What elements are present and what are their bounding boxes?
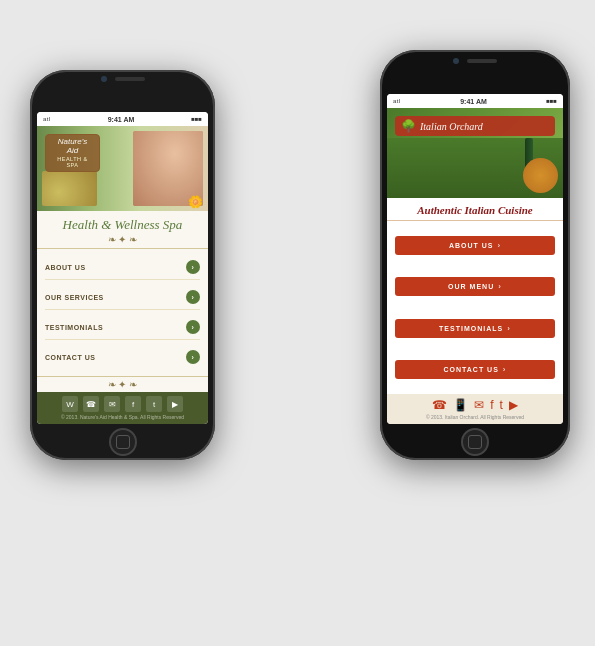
status-bar-left: atl 9:41 AM ■■■ (37, 112, 208, 126)
phone-top-speaker-area (101, 70, 145, 84)
phone2-pizza (523, 158, 558, 193)
phone1-candles-img (42, 171, 97, 206)
chevron-about: › (497, 241, 501, 250)
phone1-menu-contact[interactable]: CONTACT US › (45, 345, 200, 369)
phone1-copyright: © 2013. Nature's Aid Health & Spa. All R… (61, 414, 184, 420)
phone2-menu-menu[interactable]: OUR MENU › (395, 277, 555, 296)
status-bar-right: atl 9:41 AM ■■■ (387, 94, 563, 108)
chevron-menu: › (498, 282, 502, 291)
phone2-tree-icon: 🌳 (401, 119, 416, 133)
phone-screen-left: atl 9:41 AM ■■■ Nature's Aid HEALTH & SP… (37, 112, 208, 424)
phone2-header: 🌳 Italian Orchard (387, 108, 563, 198)
footer2-icon-phone[interactable]: ☎ (432, 398, 447, 412)
phone1-flowers: 🌼 (188, 195, 203, 209)
home-button-left[interactable] (109, 428, 137, 456)
phone2-headline: Authentic Italian Cuisine (387, 198, 563, 221)
signal-right: atl (393, 98, 401, 104)
battery-right: ■■■ (546, 98, 557, 104)
phone-screen-right: atl 9:41 AM ■■■ 🌳 Italian Orchard Authen… (387, 94, 563, 424)
phone1-title-area: Health & Wellness Spa ❧ ✦ ❧ (37, 211, 208, 249)
phone1-menu-about[interactable]: ABOUT US › (45, 255, 200, 280)
footer-icon-youtube[interactable]: ▶ (167, 396, 183, 412)
phone1-brand-name: Nature's Aid (52, 138, 93, 156)
phone2-vineyard (387, 138, 563, 198)
phone-speaker-left (115, 77, 145, 81)
front-camera-right (453, 58, 459, 64)
phone1-title: Health & Wellness Spa (41, 217, 204, 233)
phone1-menu: ABOUT US › OUR SERVICES › TESTIMONIALS ›… (37, 249, 208, 377)
phone2-menu-about[interactable]: ABOUT US › (395, 236, 555, 255)
phone1-ornament-bottom: ❧ ✦ ❧ (37, 377, 208, 392)
phone-right: atl 9:41 AM ■■■ 🌳 Italian Orchard Authen… (380, 50, 570, 460)
footer2-icon-mobile[interactable]: 📱 (453, 398, 468, 412)
phone2-menu-testimonials[interactable]: TESTIMONIALS › (395, 319, 555, 338)
time-right: 9:41 AM (460, 98, 487, 105)
phone1-logo: Nature's Aid HEALTH & SPA (45, 134, 100, 172)
phone2-menu-contact[interactable]: CONTACT US › (395, 360, 555, 379)
phone1-header: Nature's Aid HEALTH & SPA 🌼 (37, 126, 208, 211)
footer2-icon-email[interactable]: ✉ (474, 398, 484, 412)
chevron-testimonials: › (507, 324, 511, 333)
phone2-logo-banner: 🌳 Italian Orchard (395, 116, 555, 136)
arrow-about: › (186, 260, 200, 274)
phone-top-speaker-area-right (453, 50, 497, 66)
phone1-body: Health & Wellness Spa ❧ ✦ ❧ ABOUT US › O… (37, 211, 208, 392)
phone2-footer-icons: ☎ 📱 ✉ f t ▶ (393, 398, 557, 412)
arrow-testimonials: › (186, 320, 200, 334)
phone2-copyright: © 2013. Italian Orchard. All Rights Rese… (393, 414, 557, 420)
phone2-footer: ☎ 📱 ✉ f t ▶ © 2013. Italian Orchard. All… (387, 394, 563, 424)
arrow-services: › (186, 290, 200, 304)
footer2-icon-twitter[interactable]: t (500, 398, 503, 412)
phone1-brand-sub: HEALTH & SPA (52, 156, 93, 168)
phone2-logo-text: Italian Orchard (420, 121, 483, 132)
phone1-footer: W ☎ ✉ f t ▶ © 2013. Nature's Aid Health … (37, 392, 208, 424)
footer-icon-web[interactable]: W (62, 396, 78, 412)
phone1-menu-services[interactable]: OUR SERVICES › (45, 285, 200, 310)
phone1-menu-testimonials[interactable]: TESTIMONIALS › (45, 315, 200, 340)
footer-icon-facebook[interactable]: f (125, 396, 141, 412)
battery-left: ■■■ (191, 116, 202, 122)
footer2-icon-youtube[interactable]: ▶ (509, 398, 518, 412)
time-left: 9:41 AM (108, 116, 135, 123)
phone-left: atl 9:41 AM ■■■ Nature's Aid HEALTH & SP… (30, 70, 215, 460)
footer2-icon-facebook[interactable]: f (490, 398, 493, 412)
arrow-contact: › (186, 350, 200, 364)
phone2-body: Authentic Italian Cuisine ABOUT US › OUR… (387, 198, 563, 394)
chevron-contact: › (503, 365, 507, 374)
footer-icon-twitter[interactable]: t (146, 396, 162, 412)
home-button-right[interactable] (461, 428, 489, 456)
footer-icon-email[interactable]: ✉ (104, 396, 120, 412)
front-camera-left (101, 76, 107, 82)
phone2-menu: ABOUT US › OUR MENU › TESTIMONIALS › CON… (387, 221, 563, 394)
signal-left: atl (43, 116, 51, 122)
phone1-ornament-top: ❧ ✦ ❧ (41, 234, 204, 245)
footer-icon-phone[interactable]: ☎ (83, 396, 99, 412)
phone1-footer-icons: W ☎ ✉ f t ▶ (62, 396, 183, 412)
phone-speaker-right (467, 59, 497, 63)
scene: atl 9:41 AM ■■■ Nature's Aid HEALTH & SP… (0, 0, 595, 646)
